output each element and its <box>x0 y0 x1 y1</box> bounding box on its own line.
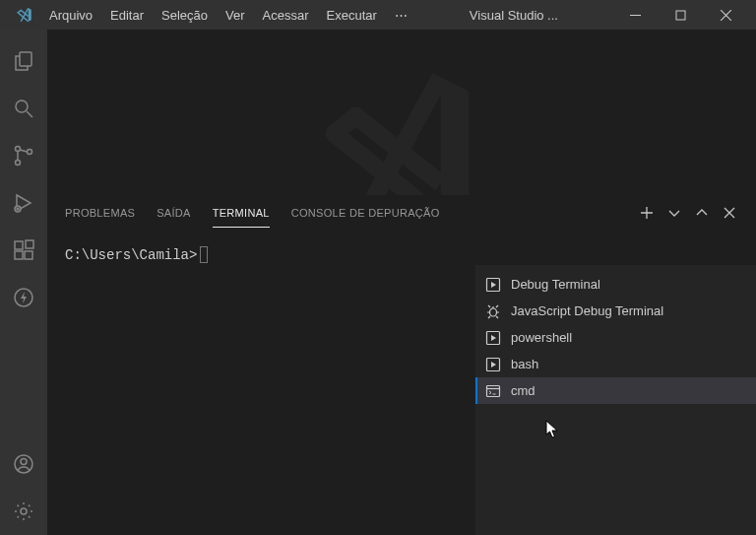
settings-gear-icon[interactable] <box>0 488 47 535</box>
menu-bar: Arquivo Editar Seleção Ver Acessar Execu… <box>41 4 415 27</box>
menu-executar[interactable]: Executar <box>319 4 385 27</box>
svg-point-14 <box>21 508 27 514</box>
terminal-profile-label: JavaScript Debug Terminal <box>511 303 663 318</box>
terminal-profile-item[interactable]: Debug Terminal <box>475 271 756 298</box>
terminal-profile-item[interactable]: powershell <box>475 324 756 351</box>
panel-tabs: PROBLEMAS SAÍDA TERMINAL CONSOLE DE DEPU… <box>47 196 756 231</box>
terminal-dropdown-icon[interactable] <box>665 204 683 222</box>
menu-acessar[interactable]: Acessar <box>255 4 317 27</box>
svg-rect-0 <box>676 11 685 20</box>
terminal-caret <box>200 246 208 263</box>
menu-arquivo[interactable]: Arquivo <box>41 4 100 27</box>
maximize-button[interactable] <box>658 0 703 30</box>
svg-point-5 <box>28 150 32 155</box>
cmd-icon <box>485 383 501 399</box>
bug-icon <box>485 303 501 319</box>
terminal-profile-label: cmd <box>511 383 536 398</box>
extensions-icon[interactable] <box>0 227 47 274</box>
svg-point-16 <box>490 308 497 316</box>
tab-output[interactable]: SAÍDA <box>157 199 191 227</box>
search-icon[interactable] <box>0 85 47 132</box>
play-box-icon <box>485 357 501 372</box>
svg-rect-19 <box>487 385 500 396</box>
account-icon[interactable] <box>0 440 47 488</box>
play-box-icon <box>485 277 501 293</box>
menu-ver[interactable]: Ver <box>218 4 253 27</box>
panel-maximize-icon[interactable] <box>693 204 711 222</box>
svg-point-13 <box>21 459 27 465</box>
terminal-profile-label: Debug Terminal <box>511 277 600 292</box>
explorer-icon[interactable] <box>0 37 47 85</box>
source-control-icon[interactable] <box>0 132 47 179</box>
svg-point-4 <box>16 161 21 166</box>
close-window-button[interactable] <box>703 0 748 30</box>
play-box-icon <box>485 330 501 346</box>
svg-rect-1 <box>20 52 32 66</box>
svg-rect-10 <box>26 240 33 248</box>
run-debug-icon[interactable] <box>0 179 47 227</box>
vscode-watermark-icon <box>313 59 490 195</box>
terminal-profile-label: bash <box>511 357 538 371</box>
window-title: Visual Studio ... <box>415 8 612 23</box>
menu-selecao[interactable]: Seleção <box>154 4 216 27</box>
new-terminal-icon[interactable] <box>638 204 656 222</box>
menu-overflow-icon[interactable]: ⋯ <box>387 4 415 27</box>
menu-editar[interactable]: Editar <box>102 4 152 27</box>
tab-terminal[interactable]: TERMINAL <box>213 199 270 228</box>
terminal-profile-menu: Debug Terminal JavaScript Debug Terminal… <box>474 265 756 535</box>
tab-problems[interactable]: PROBLEMAS <box>65 199 135 227</box>
svg-point-2 <box>16 100 28 112</box>
panel-close-icon[interactable] <box>721 204 738 222</box>
editor-empty-area <box>47 30 756 195</box>
minimize-button[interactable] <box>612 0 658 30</box>
svg-rect-9 <box>25 251 32 259</box>
bottom-panel: PROBLEMAS SAÍDA TERMINAL CONSOLE DE DEPU… <box>47 195 756 535</box>
tab-debug-console[interactable]: CONSOLE DE DEPURAÇÃO <box>291 199 440 227</box>
svg-rect-8 <box>15 251 23 259</box>
terminal-profile-item[interactable]: cmd <box>475 377 756 404</box>
terminal-profile-item[interactable]: JavaScript Debug Terminal <box>475 298 756 324</box>
terminal-profile-item[interactable]: bash <box>475 351 756 377</box>
vscode-logo-icon <box>16 6 33 24</box>
activity-bar <box>0 30 47 535</box>
terminal-profile-label: powershell <box>511 330 572 345</box>
thunder-icon[interactable] <box>0 274 47 321</box>
svg-point-3 <box>16 147 21 152</box>
title-bar: Arquivo Editar Seleção Ver Acessar Execu… <box>0 0 756 30</box>
svg-rect-7 <box>15 241 23 249</box>
terminal-prompt: C:\Users\Camila> <box>65 247 197 263</box>
